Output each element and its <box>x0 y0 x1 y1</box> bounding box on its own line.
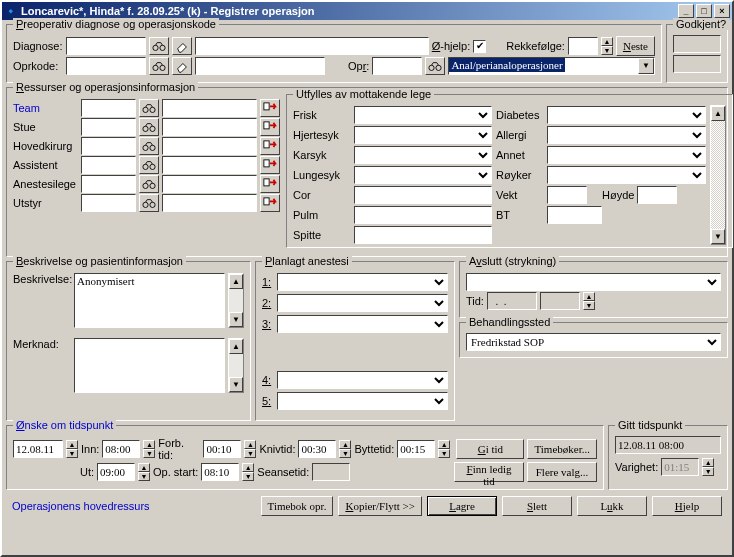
utstyr-code-field[interactable] <box>81 194 136 212</box>
assistent-code-field[interactable] <box>81 156 136 174</box>
mott-hjertesyk-dropdown[interactable] <box>354 126 492 144</box>
mott-annet-dropdown[interactable] <box>547 146 706 164</box>
timebok-opr-button[interactable]: Timebok opr. <box>261 496 334 516</box>
stue-add-button[interactable] <box>260 118 280 136</box>
anestesi-5-dropdown[interactable] <box>277 392 448 410</box>
spin-up-icon[interactable]: ▲ <box>601 37 613 46</box>
finn-ledig-tid-button[interactable]: Finn ledig tid <box>454 462 524 482</box>
mott-pulm-field[interactable] <box>354 206 492 224</box>
close-button[interactable]: × <box>714 4 730 18</box>
ut-spinner[interactable]: ▲▼ <box>138 463 150 481</box>
hjelp-button[interactable]: Hjelp <box>652 496 722 516</box>
mott-cor-field[interactable] <box>354 186 492 204</box>
stue-code-field[interactable] <box>81 118 136 136</box>
team-search-button[interactable] <box>139 99 159 117</box>
opstart-field[interactable] <box>201 463 239 481</box>
mott-bt-field[interactable] <box>547 206 602 224</box>
rekkefolge-field[interactable] <box>568 37 598 55</box>
assistent-text-field[interactable] <box>162 156 257 174</box>
beskrivelse-field[interactable]: Anonymisert <box>74 273 225 328</box>
diagnose-field[interactable] <box>66 37 146 55</box>
forb-field[interactable] <box>203 440 241 458</box>
mott-spitte-field[interactable] <box>354 226 492 244</box>
kniv-spinner[interactable]: ▲▼ <box>339 440 351 458</box>
oprkode-search-button[interactable] <box>149 57 169 75</box>
avslutt-time-field[interactable] <box>540 292 580 310</box>
anestesilege-add-button[interactable] <box>260 175 280 193</box>
flere-valg-button[interactable]: Flere valg... <box>527 462 597 482</box>
anestesi-3-dropdown[interactable] <box>277 315 448 333</box>
onske-legend[interactable]: Ønske om tidspunkt <box>13 419 116 431</box>
opr-search-button[interactable] <box>425 57 445 75</box>
maximize-button[interactable]: □ <box>696 4 712 18</box>
oprkode-clear-button[interactable] <box>172 57 192 75</box>
avslutt-dropdown[interactable] <box>466 273 721 291</box>
neste-button[interactable]: Neste <box>616 36 655 56</box>
stue-text-field[interactable] <box>162 118 257 136</box>
utstyr-search-button[interactable] <box>139 194 159 212</box>
merknad-scrollbar[interactable]: ▲▼ <box>228 338 244 393</box>
minimize-button[interactable]: _ <box>678 4 694 18</box>
lukk-button[interactable]: Lukk <box>577 496 647 516</box>
oprkode-field[interactable] <box>66 57 146 75</box>
forb-spinner[interactable]: ▲▼ <box>244 440 256 458</box>
bytt-spinner[interactable]: ▲▼ <box>438 440 450 458</box>
hovedkirurg-search-button[interactable] <box>139 137 159 155</box>
rekkefolge-spinner[interactable]: ▲▼ <box>601 37 613 55</box>
hovedkirurg-text-field[interactable] <box>162 137 257 155</box>
mott-karsyk-dropdown[interactable] <box>354 146 492 164</box>
beskrivelse-scrollbar[interactable]: ▲▼ <box>228 273 244 328</box>
hovedressurs-link[interactable]: Operasjonens hovedressurs <box>12 500 150 512</box>
kniv-field[interactable] <box>298 440 336 458</box>
diagnose-search-button[interactable] <box>149 37 169 55</box>
timeboker-button[interactable]: Timebøker... <box>527 439 597 459</box>
mott-røyker-dropdown[interactable] <box>547 166 706 184</box>
merknad-field[interactable] <box>74 338 225 393</box>
mott-allergi-dropdown[interactable] <box>547 126 706 144</box>
utstyr-text-field[interactable] <box>162 194 257 212</box>
opr-dropdown[interactable]: Anal/perianaloperasjoner ▼ <box>448 57 655 75</box>
assistent-search-button[interactable] <box>139 156 159 174</box>
inn-spinner[interactable]: ▲▼ <box>143 440 155 458</box>
avslutt-date-field[interactable] <box>487 292 537 310</box>
gi-tid-button[interactable]: Gi tid <box>456 439 524 459</box>
anestesi-4-dropdown[interactable] <box>277 371 448 389</box>
oprkode-text-field[interactable] <box>195 57 325 75</box>
team-add-button[interactable] <box>260 99 280 117</box>
anestesi-2-dropdown[interactable] <box>277 294 448 312</box>
lagre-button[interactable]: Lagre <box>427 496 497 516</box>
scroll-up-icon[interactable]: ▲ <box>711 106 725 121</box>
mott-lungesyk-dropdown[interactable] <box>354 166 492 184</box>
opr-field[interactable] <box>372 57 422 75</box>
behandlingssted-dropdown[interactable]: Fredrikstad SOP <box>466 333 721 351</box>
mott-diabetes-dropdown[interactable] <box>547 106 706 124</box>
anestesi-1-dropdown[interactable] <box>277 273 448 291</box>
hovedkirurg-code-field[interactable] <box>81 137 136 155</box>
anestesilege-code-field[interactable] <box>81 175 136 193</box>
mott-frisk-dropdown[interactable] <box>354 106 492 124</box>
assistent-add-button[interactable] <box>260 156 280 174</box>
diagnose-text-field[interactable] <box>195 37 429 55</box>
stue-search-button[interactable] <box>139 118 159 136</box>
bytt-field[interactable] <box>397 440 435 458</box>
mottakende-scrollbar[interactable]: ▲ ▼ <box>710 105 726 245</box>
anestesilege-search-button[interactable] <box>139 175 159 193</box>
scroll-down-icon[interactable]: ▼ <box>711 229 725 244</box>
kopier-flytt-button[interactable]: Kopier/Flytt >> <box>338 496 422 516</box>
inn-field[interactable] <box>102 440 140 458</box>
ohjelp-checkbox[interactable]: ✔ <box>473 40 486 53</box>
onske-date-spinner[interactable]: ▲▼ <box>66 440 78 458</box>
avslutt-time-spinner[interactable]: ▲▼ <box>583 292 595 310</box>
team-code-field[interactable] <box>81 99 136 117</box>
slett-button[interactable]: Slett <box>502 496 572 516</box>
utstyr-add-button[interactable] <box>260 194 280 212</box>
mott-vekt-field[interactable] <box>547 186 587 204</box>
ut-field[interactable] <box>97 463 135 481</box>
onske-date-field[interactable] <box>13 440 63 458</box>
team-text-field[interactable] <box>162 99 257 117</box>
mott-hoyde-field[interactable] <box>637 186 677 204</box>
spin-down-icon[interactable]: ▼ <box>601 46 613 55</box>
hovedkirurg-add-button[interactable] <box>260 137 280 155</box>
anestesilege-text-field[interactable] <box>162 175 257 193</box>
diagnose-clear-button[interactable] <box>172 37 192 55</box>
